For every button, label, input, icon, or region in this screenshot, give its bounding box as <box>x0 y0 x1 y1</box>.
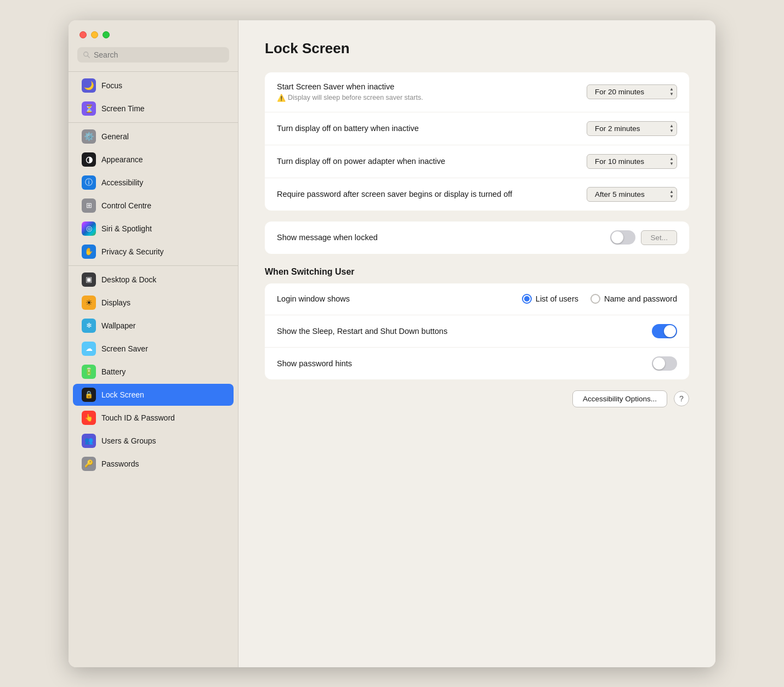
sidebar-item-displays[interactable]: ☀ Displays <box>73 292 234 314</box>
sidebar-item-label-control-centre: Control Centre <box>101 201 151 210</box>
search-icon <box>83 51 90 59</box>
close-button[interactable] <box>79 31 87 38</box>
desktop-dock-icon: ▣ <box>82 272 96 287</box>
sidebar-item-focus[interactable]: 🌙 Focus <box>73 75 234 96</box>
bottom-bar: Accessibility Options... ? <box>265 390 689 407</box>
sidebar-item-label-accessibility: Accessibility <box>101 178 143 187</box>
display-off-battery-row: Turn display off on battery when inactiv… <box>265 112 689 145</box>
sidebar-item-passwords[interactable]: 🔑 Passwords <box>73 453 234 475</box>
sidebar-divider-top <box>69 71 238 72</box>
screen-saver-control: For 20 minutes ▲ ▼ <box>587 84 677 99</box>
warning-icon: ⚠️ <box>277 93 286 103</box>
sidebar-item-label-touch-id: Touch ID & Password <box>101 413 175 422</box>
message-locked-label: Show message when locked <box>277 232 610 243</box>
screen-time-icon: ⏳ <box>82 101 96 116</box>
focus-icon: 🌙 <box>82 78 96 93</box>
set-message-button[interactable]: Set... <box>641 230 677 245</box>
display-power-stepper[interactable]: For 10 minutes ▲ ▼ <box>587 154 677 169</box>
require-password-stepper[interactable]: After 5 minutes ▲ ▼ <box>587 187 677 202</box>
sidebar-item-label-users-groups: Users & Groups <box>101 436 156 445</box>
password-hints-control <box>652 356 677 371</box>
sidebar-item-screen-time[interactable]: ⏳ Screen Time <box>73 98 234 120</box>
sidebar-item-battery[interactable]: 🔋 Battery <box>73 361 234 383</box>
sidebar-item-label-battery: Battery <box>101 367 126 376</box>
lock-screen-icon: 🔒 <box>82 388 96 402</box>
help-button[interactable]: ? <box>674 391 689 406</box>
require-password-label: Require password after screen saver begi… <box>277 189 587 200</box>
screen-saver-icon: ☁ <box>82 342 96 356</box>
switching-user-section-header: When Switching User <box>265 267 689 277</box>
toggle-knob <box>611 231 623 243</box>
general-icon: ⚙️ <box>82 129 96 144</box>
require-password-control: After 5 minutes ▲ ▼ <box>587 187 677 202</box>
sidebar-item-privacy-security[interactable]: ✋ Privacy & Security <box>73 241 234 263</box>
users-groups-icon: 👥 <box>82 434 96 448</box>
touch-id-icon: 👆 <box>82 411 96 425</box>
screen-saver-select[interactable]: For 20 minutes <box>587 84 677 99</box>
require-password-row: Require password after screen saver begi… <box>265 178 689 211</box>
sleep-buttons-row: Show the Sleep, Restart and Shut Down bu… <box>265 315 689 348</box>
display-off-battery-label: Turn display off on battery when inactiv… <box>277 123 587 134</box>
sidebar-item-lock-screen[interactable]: 🔒 Lock Screen <box>73 384 234 406</box>
search-bar <box>77 47 229 63</box>
sidebar-item-wallpaper[interactable]: ❄ Wallpaper <box>73 315 234 337</box>
display-battery-select[interactable]: For 2 minutes <box>587 121 677 136</box>
sidebar-item-touch-id[interactable]: 👆 Touch ID & Password <box>73 407 234 429</box>
sidebar-item-label-passwords: Passwords <box>101 459 139 468</box>
sidebar-item-label-siri: Siri & Spotlight <box>101 224 152 233</box>
hints-toggle-knob <box>653 357 665 370</box>
minimize-button[interactable] <box>91 31 98 38</box>
accessibility-options-button[interactable]: Accessibility Options... <box>572 390 667 407</box>
login-window-label: Login window shows <box>277 293 522 304</box>
sidebar: 🌙 Focus ⏳ Screen Time ⚙️ General ◑ Appea… <box>69 20 238 667</box>
sidebar-divider-2 <box>69 265 238 266</box>
displays-icon: ☀ <box>82 296 96 310</box>
message-locked-toggle[interactable] <box>610 230 635 245</box>
radio-label-list: List of users <box>536 294 578 303</box>
radio-list-of-users[interactable]: List of users <box>522 294 578 304</box>
password-hints-row: Show password hints <box>265 348 689 379</box>
login-window-row: Login window shows List of users Name an… <box>265 283 689 315</box>
sidebar-item-control-centre[interactable]: ⊞ Control Centre <box>73 195 234 217</box>
accessibility-icon: ⓘ <box>82 175 96 190</box>
screen-saver-warning: ⚠️ Display will sleep before screen save… <box>277 93 587 103</box>
sleep-buttons-toggle[interactable] <box>652 324 677 338</box>
radio-name-and-password[interactable]: Name and password <box>590 294 677 304</box>
sidebar-item-desktop-dock[interactable]: ▣ Desktop & Dock <box>73 269 234 291</box>
sidebar-item-screen-saver[interactable]: ☁ Screen Saver <box>73 338 234 360</box>
battery-icon: 🔋 <box>82 365 96 379</box>
password-hints-toggle[interactable] <box>652 356 677 371</box>
display-off-power-row: Turn display off on power adapter when i… <box>265 145 689 178</box>
maximize-button[interactable] <box>103 31 110 38</box>
radio-circle-list <box>522 294 532 304</box>
sidebar-item-label-screen-time: Screen Time <box>101 104 145 113</box>
require-password-select[interactable]: After 5 minutes <box>587 187 677 202</box>
control-centre-icon: ⊞ <box>82 198 96 213</box>
display-settings-card: Start Screen Saver when inactive ⚠️ Disp… <box>265 72 689 211</box>
sidebar-item-label-lock-screen: Lock Screen <box>101 390 144 399</box>
appearance-icon: ◑ <box>82 152 96 167</box>
message-card: Show message when locked Set... <box>265 222 689 254</box>
wallpaper-icon: ❄ <box>82 319 96 333</box>
message-locked-control: Set... <box>610 230 677 245</box>
sidebar-divider-1 <box>69 122 238 123</box>
sidebar-item-label-general: General <box>101 132 129 141</box>
display-battery-stepper[interactable]: For 2 minutes ▲ ▼ <box>587 121 677 136</box>
radio-circle-name <box>590 294 600 304</box>
display-off-power-label: Turn display off on power adapter when i… <box>277 156 587 167</box>
sidebar-item-label-screen-saver: Screen Saver <box>101 344 148 353</box>
screen-saver-stepper[interactable]: For 20 minutes ▲ ▼ <box>587 84 677 99</box>
sidebar-item-label-wallpaper: Wallpaper <box>101 321 136 330</box>
sidebar-item-general[interactable]: ⚙️ General <box>73 126 234 147</box>
sidebar-item-siri-spotlight[interactable]: ◎ Siri & Spotlight <box>73 218 234 240</box>
sleep-buttons-control <box>652 324 677 338</box>
sidebar-item-accessibility[interactable]: ⓘ Accessibility <box>73 172 234 194</box>
sidebar-item-users-groups[interactable]: 👥 Users & Groups <box>73 430 234 452</box>
display-off-power-control: For 10 minutes ▲ ▼ <box>587 154 677 169</box>
sidebar-item-appearance[interactable]: ◑ Appearance <box>73 149 234 171</box>
main-content: Lock Screen Start Screen Saver when inac… <box>238 20 715 667</box>
search-input[interactable] <box>94 50 224 59</box>
password-hints-label: Show password hints <box>277 358 652 369</box>
siri-icon: ◎ <box>82 222 96 236</box>
display-power-select[interactable]: For 10 minutes <box>587 154 677 169</box>
